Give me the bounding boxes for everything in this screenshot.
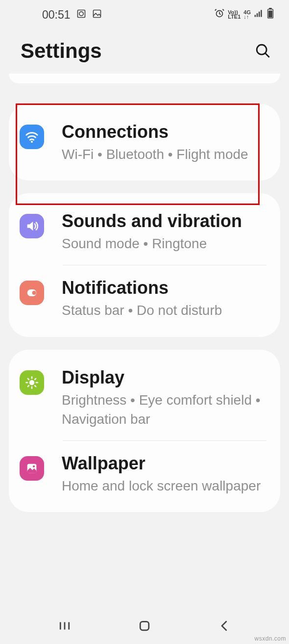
svg-rect-2	[93, 10, 100, 17]
svg-point-26	[33, 465, 35, 467]
settings-card: Connections Wi‑Fi • Bluetooth • Flight m…	[9, 104, 280, 180]
card-peek	[9, 74, 280, 83]
status-time: 00:51	[42, 8, 71, 22]
item-subtitle: Sound mode • Ringtone	[62, 234, 266, 253]
status-right: Vo))LTE1 4G↓↑	[214, 8, 274, 22]
nav-home[interactable]	[137, 618, 152, 635]
item-subtitle: Wi‑Fi • Bluetooth • Flight mode	[62, 145, 266, 164]
status-left: 00:51	[42, 8, 102, 22]
search-icon[interactable]	[255, 43, 271, 59]
volte-icon: Vo))LTE1	[228, 10, 241, 20]
gallery-app-icon	[92, 8, 102, 22]
item-title: Connections	[62, 121, 266, 143]
svg-rect-5	[257, 13, 258, 17]
svg-rect-10	[268, 11, 272, 18]
svg-rect-30	[140, 621, 149, 630]
svg-line-23	[28, 386, 29, 386]
item-title: Notifications	[62, 277, 266, 299]
nav-recents[interactable]	[57, 618, 72, 635]
svg-line-24	[35, 378, 36, 379]
sound-icon	[20, 214, 44, 238]
svg-line-22	[35, 386, 36, 386]
battery-icon	[266, 8, 274, 22]
notifications-icon	[20, 281, 44, 305]
svg-rect-0	[77, 10, 85, 17]
svg-point-15	[32, 291, 36, 295]
nav-bar	[0, 610, 289, 644]
svg-point-11	[257, 45, 266, 54]
item-title: Wallpaper	[62, 452, 266, 474]
svg-point-16	[29, 380, 35, 385]
svg-line-21	[28, 378, 29, 379]
svg-point-13	[31, 141, 33, 143]
item-notifications[interactable]: Notifications Status bar • Do not distur…	[9, 265, 280, 332]
item-subtitle: Home and lock screen wallpaper	[62, 476, 266, 495]
item-subtitle: Status bar • Do not disturb	[62, 301, 266, 320]
svg-rect-4	[255, 15, 256, 17]
display-icon	[20, 370, 44, 395]
settings-card: Display Brightness • Eye comfort shield …	[9, 350, 280, 513]
settings-card: Sounds and vibration Sound mode • Ringto…	[9, 193, 280, 336]
item-display[interactable]: Display Brightness • Eye comfort shield …	[9, 355, 280, 440]
header: Settings	[0, 29, 289, 74]
item-connections[interactable]: Connections Wi‑Fi • Bluetooth • Flight m…	[9, 109, 280, 176]
signal-icon	[254, 8, 264, 21]
item-title: Display	[62, 366, 266, 388]
nav-back[interactable]	[217, 618, 232, 635]
watermark: wsxdn.com	[254, 635, 286, 642]
network-type-icon: 4G↓↑	[243, 10, 251, 20]
item-sounds[interactable]: Sounds and vibration Sound mode • Ringto…	[9, 198, 280, 265]
status-bar: 00:51 Vo))LTE1 4G↓↑	[0, 0, 289, 29]
svg-line-12	[265, 53, 269, 57]
page-title: Settings	[21, 39, 102, 63]
item-wallpaper[interactable]: Wallpaper Home and lock screen wallpaper	[9, 440, 280, 507]
svg-rect-6	[259, 12, 260, 17]
svg-point-1	[79, 11, 83, 15]
wifi-icon	[20, 125, 44, 149]
alarm-app-icon	[76, 8, 86, 22]
item-subtitle: Brightness • Eye comfort shield • Naviga…	[62, 390, 266, 429]
alarm-icon	[214, 8, 225, 22]
item-title: Sounds and vibration	[62, 210, 266, 232]
settings-list: Connections Wi‑Fi • Bluetooth • Flight m…	[0, 74, 289, 569]
svg-rect-7	[261, 10, 262, 17]
wallpaper-icon	[20, 456, 44, 481]
